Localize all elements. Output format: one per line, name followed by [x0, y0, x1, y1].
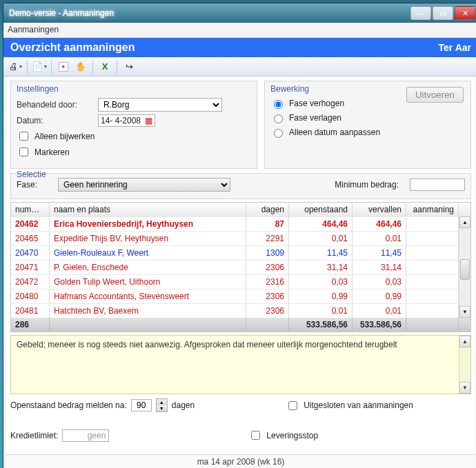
scroll-up-icon[interactable]: ▲	[459, 216, 470, 228]
markeren-checkbox[interactable]	[19, 147, 28, 156]
scroll-thumb[interactable]	[460, 259, 470, 280]
bewerking-panel: Bewerking Uitvoeren Fase verhogen Fase v…	[264, 81, 471, 169]
page-banner: Overzicht aanmaningen Ter Aar	[3, 38, 476, 57]
window-title: Demo-versie - Aanmaningen	[6, 8, 410, 18]
fase-label: Fase:	[17, 180, 51, 190]
note-scroll-down-icon[interactable]: ▼	[459, 382, 470, 394]
menu-bar: Aanmaningen	[3, 23, 476, 38]
cell-nummer: 20472	[11, 275, 50, 289]
cell-dagen: 2306	[246, 289, 289, 303]
cell-nummer: 20462	[11, 217, 50, 231]
table-row[interactable]: 20480Hafmans Accountants, Stevensweert23…	[11, 289, 459, 303]
table-row[interactable]: 20481Hatchtech BV, Baexem23060,010,01	[11, 303, 459, 318]
openstaand-na-label: Openstaand bedrag melden na:	[10, 400, 127, 410]
cell-dagen: 1309	[246, 246, 289, 260]
note-area[interactable]: Gebeld; meneer is nog steeds niet aanwez…	[10, 335, 471, 394]
footer-count: 286	[11, 318, 50, 332]
cell-naam: Gielen-Rouleaux F, Weert	[50, 246, 246, 260]
content-area: Instellingen Behandeld door: R.Borg Datu…	[3, 77, 476, 468]
page-title: Overzicht aanmaningen	[10, 41, 135, 54]
openstaand-na-input[interactable]	[131, 399, 152, 411]
kredietlimiet-label: Kredietlimiet:	[10, 431, 58, 440]
col-openstaand[interactable]: openstaand	[289, 203, 353, 216]
cell-nummer: 20480	[11, 289, 50, 303]
excel-button[interactable]: X	[97, 59, 112, 74]
grid-body: 20462Erica Hoveniersbedrijf, Heythuysen8…	[11, 216, 459, 318]
minimum-bedrag-label: Minimum bedrag:	[335, 180, 399, 190]
alleen-bijwerken-checkbox[interactable]	[19, 132, 28, 141]
cell-naam: Hafmans Accountants, Stevensweert	[50, 289, 246, 303]
col-dagen[interactable]: dagen	[246, 203, 289, 216]
status-date: ma 14 apr 2008 (wk 16)	[197, 457, 285, 467]
grid-footer: 286 533.586,56 533.586,56	[11, 318, 470, 332]
col-nummer[interactable]: nummer	[11, 203, 50, 216]
col-vervallen[interactable]: vervallen	[353, 203, 406, 216]
fase-verlagen-label: Fase verlagen	[289, 113, 341, 123]
scroll-down-icon[interactable]: ▼	[459, 306, 470, 318]
cell-open: 0,01	[289, 232, 353, 245]
alleen-bijwerken-label: Alleen bijwerken	[34, 132, 95, 141]
minimize-button[interactable]: —	[410, 6, 431, 20]
exit-button[interactable]: ↪	[121, 59, 137, 74]
cell-naam: Erica Hoveniersbedrijf, Heythuysen	[50, 217, 246, 231]
maximize-button[interactable]: ▭	[433, 6, 453, 20]
fase-verhogen-radio[interactable]	[274, 100, 283, 109]
col-naam[interactable]: naam en plaats	[50, 203, 246, 216]
cell-aan	[406, 304, 459, 318]
table-row[interactable]: 20470Gielen-Rouleaux F, Weert130911,4511…	[11, 245, 459, 260]
datum-picker[interactable]: 14- 4-2008 ▦	[98, 114, 155, 127]
grid-scrollbar[interactable]: ▲ ▼	[459, 216, 470, 318]
bottom-options: Openstaand bedrag melden na: ▲ ▼ dagen U…	[10, 398, 471, 442]
close-button[interactable]: ✕	[455, 6, 475, 20]
dagen-label: dagen	[172, 400, 195, 410]
spin-down-icon[interactable]: ▼	[157, 405, 167, 411]
location-label: Ter Aar	[439, 42, 471, 53]
cell-nummer: 20470	[11, 246, 50, 260]
print-button[interactable]: 🖨▾	[8, 59, 23, 74]
title-bar[interactable]: Demo-versie - Aanmaningen — ▭ ✕	[3, 3, 476, 23]
cell-open: 0,99	[289, 289, 353, 303]
col-aanmaning[interactable]: aanmaning	[406, 203, 459, 216]
kredietlimiet-value: geen	[62, 429, 109, 442]
cell-aan	[406, 217, 459, 231]
cell-ver: 0,01	[353, 232, 406, 245]
footer-open: 533.586,56	[289, 318, 353, 332]
cell-naam: Expeditie Thijs BV, Heythuysen	[50, 232, 246, 245]
page-button[interactable]: ✦	[56, 59, 71, 74]
cell-naam: Golden Tulip Weert, Uithoorn	[50, 275, 246, 289]
menu-item-aanmaningen[interactable]: Aanmaningen	[8, 25, 59, 34]
cell-dagen: 2291	[246, 232, 289, 245]
alleen-datum-radio[interactable]	[274, 129, 283, 138]
table-row[interactable]: 20465Expeditie Thijs BV, Heythuysen22910…	[11, 231, 459, 245]
cell-naam: P. Gielen, Enschede	[50, 261, 246, 274]
alleen-datum-label: Alleen datum aanpassen	[289, 128, 380, 137]
datum-label: Datum:	[17, 116, 92, 125]
table-row[interactable]: 20462Erica Hoveniersbedrijf, Heythuysen8…	[11, 216, 459, 231]
uitgesloten-checkbox[interactable]	[288, 401, 297, 410]
note-scrollbar[interactable]: ▲ ▼	[459, 336, 470, 394]
cell-ver: 11,45	[353, 246, 406, 260]
uitgesloten-label: Uitgesloten van aanmaningen	[304, 400, 413, 410]
behandeld-select[interactable]: R.Borg	[98, 98, 222, 112]
spin-up-icon[interactable]: ▲	[157, 399, 167, 405]
markeren-label: Markeren	[34, 147, 70, 157]
grid-header: nummer naam en plaats dagen openstaand v…	[11, 203, 470, 216]
leveringsstop-checkbox[interactable]	[251, 431, 260, 440]
table-row[interactable]: 20472Golden Tulip Weert, Uithoorn23160,0…	[11, 274, 459, 289]
fase-verlagen-radio[interactable]	[274, 114, 283, 123]
fase-select[interactable]: Geen herinnering	[58, 178, 230, 192]
uitvoeren-button[interactable]: Uitvoeren	[406, 87, 464, 103]
cell-dagen: 2306	[246, 304, 289, 318]
toolbar: 🖨▾ 📄▾ ✦ ✋ X ↪	[3, 57, 476, 77]
cell-dagen: 2306	[246, 261, 289, 274]
properties-button[interactable]: 📄▾	[32, 59, 47, 74]
note-text: Gebeld; meneer is nog steeds niet aanwez…	[17, 340, 397, 349]
data-grid: nummer naam en plaats dagen openstaand v…	[10, 202, 471, 332]
note-scroll-up-icon[interactable]: ▲	[459, 336, 470, 347]
openstaand-na-spinner[interactable]: ▲ ▼	[156, 398, 168, 412]
table-row[interactable]: 20471P. Gielen, Enschede230631,1431,14	[11, 260, 459, 274]
cell-open: 0,01	[289, 304, 353, 318]
minimum-bedrag-input[interactable]	[410, 179, 465, 191]
hand-button[interactable]: ✋	[73, 59, 88, 74]
cell-ver: 464,46	[353, 217, 406, 231]
